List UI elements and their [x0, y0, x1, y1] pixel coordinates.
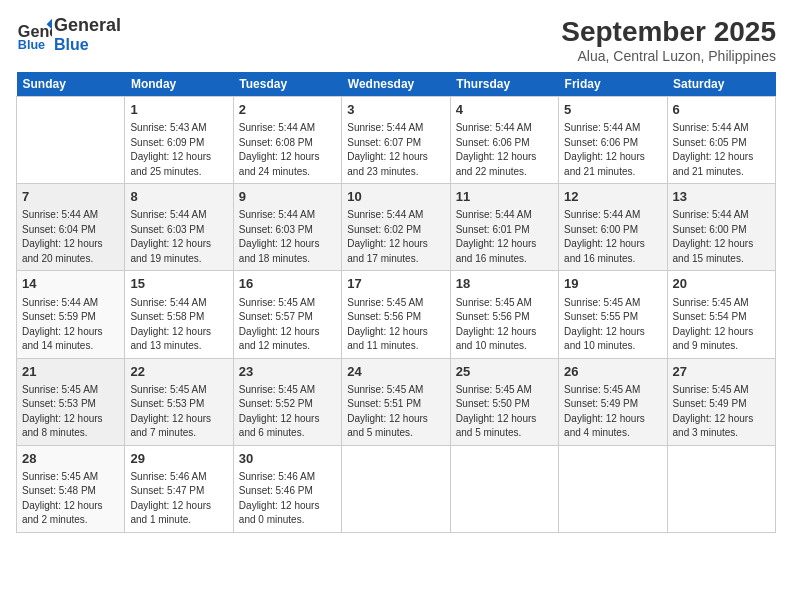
day-number: 17	[347, 275, 444, 293]
calendar-cell: 16Sunrise: 5:45 AMSunset: 5:57 PMDayligh…	[233, 271, 341, 358]
day-number: 13	[673, 188, 770, 206]
day-info: Sunrise: 5:44 AMSunset: 6:08 PMDaylight:…	[239, 121, 336, 179]
calendar-cell: 21Sunrise: 5:45 AMSunset: 5:53 PMDayligh…	[17, 358, 125, 445]
svg-text:Blue: Blue	[18, 38, 45, 52]
calendar-cell	[342, 445, 450, 532]
header-tuesday: Tuesday	[233, 72, 341, 97]
calendar-cell: 17Sunrise: 5:45 AMSunset: 5:56 PMDayligh…	[342, 271, 450, 358]
day-info: Sunrise: 5:45 AMSunset: 5:55 PMDaylight:…	[564, 296, 661, 354]
calendar-cell: 15Sunrise: 5:44 AMSunset: 5:58 PMDayligh…	[125, 271, 233, 358]
week-row-4: 21Sunrise: 5:45 AMSunset: 5:53 PMDayligh…	[17, 358, 776, 445]
calendar-cell: 18Sunrise: 5:45 AMSunset: 5:56 PMDayligh…	[450, 271, 558, 358]
day-number: 5	[564, 101, 661, 119]
day-info: Sunrise: 5:45 AMSunset: 5:48 PMDaylight:…	[22, 470, 119, 528]
day-info: Sunrise: 5:44 AMSunset: 6:07 PMDaylight:…	[347, 121, 444, 179]
day-info: Sunrise: 5:46 AMSunset: 5:46 PMDaylight:…	[239, 470, 336, 528]
calendar-cell: 24Sunrise: 5:45 AMSunset: 5:51 PMDayligh…	[342, 358, 450, 445]
day-info: Sunrise: 5:44 AMSunset: 5:59 PMDaylight:…	[22, 296, 119, 354]
day-info: Sunrise: 5:44 AMSunset: 6:03 PMDaylight:…	[130, 208, 227, 266]
calendar-cell: 1Sunrise: 5:43 AMSunset: 6:09 PMDaylight…	[125, 97, 233, 184]
page-header: General Blue General Blue September 2025…	[16, 16, 776, 64]
calendar-cell: 25Sunrise: 5:45 AMSunset: 5:50 PMDayligh…	[450, 358, 558, 445]
day-info: Sunrise: 5:43 AMSunset: 6:09 PMDaylight:…	[130, 121, 227, 179]
logo-icon: General Blue	[16, 17, 52, 53]
day-info: Sunrise: 5:44 AMSunset: 6:01 PMDaylight:…	[456, 208, 553, 266]
day-number: 21	[22, 363, 119, 381]
calendar-cell: 6Sunrise: 5:44 AMSunset: 6:05 PMDaylight…	[667, 97, 775, 184]
title-block: September 2025 Alua, Central Luzon, Phil…	[561, 16, 776, 64]
calendar-cell	[559, 445, 667, 532]
calendar-cell: 2Sunrise: 5:44 AMSunset: 6:08 PMDaylight…	[233, 97, 341, 184]
day-info: Sunrise: 5:45 AMSunset: 5:57 PMDaylight:…	[239, 296, 336, 354]
day-info: Sunrise: 5:45 AMSunset: 5:50 PMDaylight:…	[456, 383, 553, 441]
day-number: 19	[564, 275, 661, 293]
calendar-cell: 5Sunrise: 5:44 AMSunset: 6:06 PMDaylight…	[559, 97, 667, 184]
calendar-header-row: SundayMondayTuesdayWednesdayThursdayFrid…	[17, 72, 776, 97]
calendar-cell: 13Sunrise: 5:44 AMSunset: 6:00 PMDayligh…	[667, 184, 775, 271]
week-row-1: 1Sunrise: 5:43 AMSunset: 6:09 PMDaylight…	[17, 97, 776, 184]
logo-line2: Blue	[54, 36, 121, 54]
calendar-cell: 4Sunrise: 5:44 AMSunset: 6:06 PMDaylight…	[450, 97, 558, 184]
day-info: Sunrise: 5:45 AMSunset: 5:49 PMDaylight:…	[564, 383, 661, 441]
day-info: Sunrise: 5:45 AMSunset: 5:56 PMDaylight:…	[347, 296, 444, 354]
day-number: 14	[22, 275, 119, 293]
day-number: 27	[673, 363, 770, 381]
day-number: 23	[239, 363, 336, 381]
day-number: 20	[673, 275, 770, 293]
day-number: 26	[564, 363, 661, 381]
day-info: Sunrise: 5:45 AMSunset: 5:53 PMDaylight:…	[22, 383, 119, 441]
day-number: 18	[456, 275, 553, 293]
day-info: Sunrise: 5:44 AMSunset: 6:06 PMDaylight:…	[456, 121, 553, 179]
logo-line1: General	[54, 16, 121, 36]
calendar-cell: 19Sunrise: 5:45 AMSunset: 5:55 PMDayligh…	[559, 271, 667, 358]
day-info: Sunrise: 5:45 AMSunset: 5:56 PMDaylight:…	[456, 296, 553, 354]
day-info: Sunrise: 5:45 AMSunset: 5:53 PMDaylight:…	[130, 383, 227, 441]
page-subtitle: Alua, Central Luzon, Philippines	[561, 48, 776, 64]
day-number: 2	[239, 101, 336, 119]
day-info: Sunrise: 5:44 AMSunset: 6:06 PMDaylight:…	[564, 121, 661, 179]
day-number: 8	[130, 188, 227, 206]
logo: General Blue General Blue	[16, 16, 121, 53]
day-info: Sunrise: 5:44 AMSunset: 6:04 PMDaylight:…	[22, 208, 119, 266]
header-monday: Monday	[125, 72, 233, 97]
day-number: 1	[130, 101, 227, 119]
calendar-cell: 20Sunrise: 5:45 AMSunset: 5:54 PMDayligh…	[667, 271, 775, 358]
day-number: 10	[347, 188, 444, 206]
day-info: Sunrise: 5:45 AMSunset: 5:52 PMDaylight:…	[239, 383, 336, 441]
day-info: Sunrise: 5:46 AMSunset: 5:47 PMDaylight:…	[130, 470, 227, 528]
day-number: 24	[347, 363, 444, 381]
day-number: 11	[456, 188, 553, 206]
day-number: 15	[130, 275, 227, 293]
calendar-cell	[450, 445, 558, 532]
header-saturday: Saturday	[667, 72, 775, 97]
header-wednesday: Wednesday	[342, 72, 450, 97]
calendar-table: SundayMondayTuesdayWednesdayThursdayFrid…	[16, 72, 776, 533]
calendar-cell: 3Sunrise: 5:44 AMSunset: 6:07 PMDaylight…	[342, 97, 450, 184]
page-title: September 2025	[561, 16, 776, 48]
day-info: Sunrise: 5:44 AMSunset: 6:03 PMDaylight:…	[239, 208, 336, 266]
day-info: Sunrise: 5:44 AMSunset: 5:58 PMDaylight:…	[130, 296, 227, 354]
day-number: 9	[239, 188, 336, 206]
calendar-cell: 11Sunrise: 5:44 AMSunset: 6:01 PMDayligh…	[450, 184, 558, 271]
day-number: 12	[564, 188, 661, 206]
day-number: 4	[456, 101, 553, 119]
calendar-cell: 9Sunrise: 5:44 AMSunset: 6:03 PMDaylight…	[233, 184, 341, 271]
calendar-cell: 22Sunrise: 5:45 AMSunset: 5:53 PMDayligh…	[125, 358, 233, 445]
day-info: Sunrise: 5:45 AMSunset: 5:54 PMDaylight:…	[673, 296, 770, 354]
day-number: 22	[130, 363, 227, 381]
day-number: 16	[239, 275, 336, 293]
calendar-cell	[667, 445, 775, 532]
week-row-3: 14Sunrise: 5:44 AMSunset: 5:59 PMDayligh…	[17, 271, 776, 358]
day-number: 25	[456, 363, 553, 381]
svg-text:General: General	[18, 21, 52, 39]
calendar-cell: 12Sunrise: 5:44 AMSunset: 6:00 PMDayligh…	[559, 184, 667, 271]
calendar-cell: 10Sunrise: 5:44 AMSunset: 6:02 PMDayligh…	[342, 184, 450, 271]
header-sunday: Sunday	[17, 72, 125, 97]
calendar-cell: 26Sunrise: 5:45 AMSunset: 5:49 PMDayligh…	[559, 358, 667, 445]
day-number: 7	[22, 188, 119, 206]
day-info: Sunrise: 5:45 AMSunset: 5:51 PMDaylight:…	[347, 383, 444, 441]
week-row-2: 7Sunrise: 5:44 AMSunset: 6:04 PMDaylight…	[17, 184, 776, 271]
week-row-5: 28Sunrise: 5:45 AMSunset: 5:48 PMDayligh…	[17, 445, 776, 532]
day-number: 3	[347, 101, 444, 119]
day-info: Sunrise: 5:44 AMSunset: 6:05 PMDaylight:…	[673, 121, 770, 179]
